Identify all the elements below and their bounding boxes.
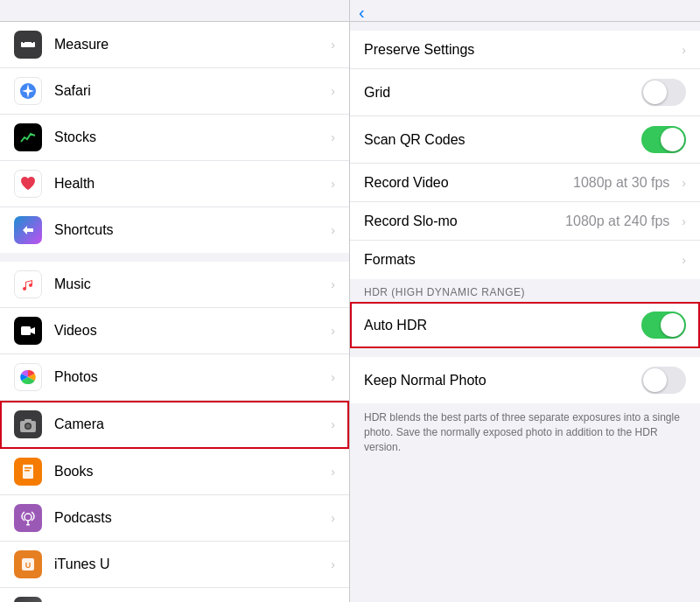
svg-rect-6 [21,326,31,335]
settings-row-camera[interactable]: Camera› [0,401,349,449]
stocks-label: Stocks [54,130,324,145]
camera-row-grid[interactable]: Grid [350,69,700,116]
settings-row-itunes-u[interactable]: UiTunes U› [0,542,349,588]
svg-point-15 [24,514,32,521]
settings-row-measure[interactable]: Measure› [0,22,349,68]
camera-label: Camera [54,416,324,432]
svg-rect-2 [27,40,29,42]
camera-row-formats[interactable]: Formats› [350,241,700,279]
chevron-right-icon: › [331,370,335,384]
chevron-right-icon: › [331,38,335,52]
safari-icon [14,77,42,105]
scan-qr-toggle-knob [661,128,684,151]
preserve-settings-label: Preserve Settings [364,42,675,58]
settings-row-podcasts[interactable]: Podcasts› [0,495,349,542]
camera-row-record-video[interactable]: Record Video1080p at 30 fps› [350,164,700,202]
videos-icon [14,317,42,345]
chevron-right-icon: › [331,324,335,338]
record-slo-mo-value: 1080p at 240 fps [565,214,669,229]
svg-rect-1 [23,40,24,43]
camera-row-record-slo-mo[interactable]: Record Slo-mo1080p at 240 fps› [350,202,700,241]
settings-row-music[interactable]: Music› [0,262,349,308]
chevron-right-icon: › [682,214,686,228]
left-group-0: Measure›Safari›Stocks›Health›Shortcuts› [0,22,349,253]
auto-hdr-toggle-knob [661,313,684,337]
keep-normal-photo-toggle-knob [643,368,667,392]
settings-row-health[interactable]: Health› [0,161,349,207]
record-slo-mo-label: Record Slo-mo [364,214,565,229]
chevron-right-icon: › [331,511,335,525]
videos-label: Videos [54,323,324,339]
scan-qr-toggle[interactable] [641,126,686,153]
right-groups: Preserve Settings›GridScan QR CodesRecor… [350,31,700,463]
svg-rect-14 [24,470,30,472]
left-header [0,0,349,22]
shortcuts-icon [14,216,42,244]
svg-rect-13 [24,467,32,469]
left-group-1: Music›Videos› Photos›Camera›Books›Podcas… [0,262,349,602]
podcasts-icon [14,504,42,532]
camera-row-preserve-settings[interactable]: Preserve Settings› [350,31,700,69]
svg-point-10 [26,424,31,429]
settings-row-stocks[interactable]: Stocks› [0,115,349,161]
itunes-u-label: iTunes U [54,556,324,572]
chevron-right-icon: › [331,557,335,571]
left-panel: Measure›Safari›Stocks›Health›Shortcuts›M… [0,0,350,602]
right-content: Preserve Settings›GridScan QR CodesRecor… [350,22,700,602]
books-label: Books [54,464,324,480]
right-header: ‹ [350,0,700,22]
svg-rect-11 [24,419,32,422]
formats-label: Formats [364,252,675,268]
right-group-1: Auto HDR [350,302,700,348]
settings-row-shortcuts[interactable]: Shortcuts› [0,207,349,253]
svg-text:U: U [25,561,32,570]
auto-hdr-toggle[interactable] [641,312,686,339]
stocks-icon [14,123,42,151]
right-group-2: Keep Normal Photo [350,357,700,403]
books-icon [14,458,42,486]
safari-label: Safari [54,83,324,99]
settings-row-game-center[interactable]: Game Center› [0,588,349,602]
camera-icon [14,410,42,438]
svg-rect-12 [23,465,33,479]
health-icon [14,170,42,198]
chevron-right-icon: › [331,130,335,144]
music-icon [14,270,42,298]
itunes-u-icon: U [14,550,42,578]
keep-normal-photo-toggle[interactable] [641,367,686,394]
left-settings-list: Measure›Safari›Stocks›Health›Shortcuts›M… [0,22,349,602]
measure-icon [14,31,42,59]
settings-row-photos[interactable]: Photos› [0,354,349,401]
settings-row-videos[interactable]: Videos› [0,308,349,354]
right-group-0: Preserve Settings›GridScan QR CodesRecor… [350,31,700,279]
section-header-1: HDR (HIGH DYNAMIC RANGE) [350,279,700,302]
keep-normal-photo-label: Keep Normal Photo [364,373,641,388]
scan-qr-label: Scan QR Codes [364,132,641,148]
svg-rect-17 [26,524,30,526]
chevron-right-icon: › [331,277,335,291]
grid-toggle[interactable] [641,79,686,106]
chevron-right-icon: › [331,84,335,98]
chevron-right-icon: › [682,176,686,190]
chevron-right-icon: › [331,177,335,191]
grid-label: Grid [364,85,641,101]
camera-row-scan-qr[interactable]: Scan QR Codes [350,116,700,164]
camera-row-keep-normal-photo[interactable]: Keep Normal Photo [350,357,700,403]
settings-row-books[interactable]: Books› [0,449,349,495]
shortcuts-label: Shortcuts [54,222,324,238]
settings-row-safari[interactable]: Safari› [0,68,349,115]
record-video-label: Record Video [364,175,573,191]
back-button[interactable]: ‹ [359,3,367,23]
svg-rect-3 [32,40,33,43]
health-label: Health [54,176,324,192]
back-chevron-icon: ‹ [359,3,365,23]
music-label: Music [54,276,324,292]
chevron-right-icon: › [331,223,335,237]
grid-toggle-knob [643,80,667,104]
camera-row-auto-hdr[interactable]: Auto HDR [350,302,700,348]
measure-label: Measure [54,37,324,52]
chevron-right-icon: › [682,43,686,57]
photos-label: Photos [54,369,324,385]
chevron-right-icon: › [682,253,686,267]
chevron-right-icon: › [331,465,335,479]
